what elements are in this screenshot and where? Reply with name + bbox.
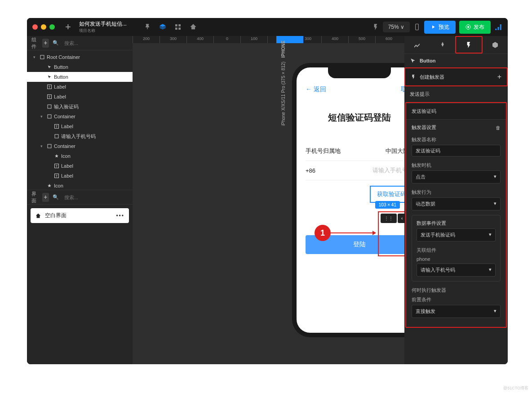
trigger-action-label: 触发行为 [412,189,501,196]
grid-icon[interactable] [174,23,182,31]
layers-icon[interactable] [159,23,166,31]
svg-rect-15 [55,134,58,138]
get-verify-code-button[interactable]: 获取验证码 [370,186,404,203]
send-tip-section: 发送提示 [404,86,508,102]
settings-icon[interactable] [494,23,502,31]
cursor-icon [410,58,416,64]
svg-rect-4 [416,24,419,30]
minimize-window-button[interactable] [41,24,46,30]
trigger-name-label: 触发器名称 [412,136,501,143]
app-window: + 如何发送手机短信... 项目名称 75% ∨ 预览 发布 [27,18,508,364]
tree-item[interactable]: 请输入手机号码 [27,131,133,141]
phone-field-label: phone [417,256,496,262]
trigger-config-box: 发送验证码 触发器设置 🗑 触发器名称 触发时机 点击▾ 触发行为 动态数据▾ … [405,102,507,328]
phone-field[interactable]: +86 请输入手机号码 [306,161,404,180]
trigger-name-input[interactable] [412,145,501,156]
size-badge: 103 × 41 [375,201,400,209]
zoom-dropdown[interactable]: 75% ∨ [383,22,410,32]
home-icon [35,213,41,219]
phone-notch [328,67,391,78]
tab-triggers[interactable] [455,36,483,54]
tree-item[interactable]: ▾Root Container [27,52,133,62]
tree-item[interactable]: TLabel [27,121,133,131]
tab-style[interactable] [404,36,430,54]
left-panel: 组件 + 🔍 ▾Root ContainerButtonButtonTLabel… [27,36,133,364]
tree-item[interactable]: Button [27,72,133,82]
trigger-time-select[interactable]: 点击▾ [412,170,501,183]
trigger-settings-label: 触发器设置 [412,124,436,131]
maximize-window-button[interactable] [49,24,55,30]
tab-layout[interactable] [430,36,456,54]
page-search-input[interactable] [62,194,128,201]
canvas[interactable]: 2003004000100200300400500600 iPhone X/XS… [133,36,404,364]
close-window-button[interactable] [32,24,38,30]
device-label: iPhone X/XS/11 Pro (375 × 812) IPHONE [281,40,286,126]
region-field[interactable]: 手机号归属地 中国大陆› [306,142,404,161]
page-more-button[interactable]: ••• [116,213,124,219]
add-tab-button[interactable]: + [65,21,71,33]
pages-panel-header: 界面 + 🔍 [27,190,133,205]
data-event-label: 数据事件设置 [417,220,446,226]
back-button[interactable]: ← 返回 [306,85,326,94]
tree-item[interactable]: Icon [27,151,133,161]
svg-rect-12 [48,115,51,118]
svg-text:T: T [56,174,58,178]
bolt-icon [411,74,416,80]
tree-item[interactable]: Button [27,62,133,72]
tree-item[interactable]: TLabel [27,171,133,181]
cloud-icon[interactable] [190,23,197,31]
components-label: 组件 [31,36,39,50]
tree-item[interactable]: TLabel [27,82,133,92]
right-panel: Button 创建触发器 + 发送提示 发送验证码 触发器设置 🗑 [404,36,508,364]
cancel-button[interactable]: 取消 [401,85,404,94]
phone-frame: ← 返回 取消 短信验证码登陆 手机号归属地 中国大陆› +86 请输入手机号码 [292,63,404,337]
tree-item[interactable]: Icon [27,181,133,190]
data-event-select[interactable]: 发送手机验证码▾ [417,228,496,241]
data-event-box: 数据事件设置 发送手机验证码▾ 关联组件 phone 请输入手机号码▾ [412,215,501,281]
svg-text:T: T [56,125,58,129]
tab-cube[interactable] [483,36,508,54]
ruler-selection [276,36,303,43]
page-item-blank[interactable]: 空白界面 ••• [31,208,129,223]
preview-button[interactable]: 预览 [424,21,456,34]
titlebar: + 如何发送手机短信... 项目名称 75% ∨ 预览 发布 [27,18,508,36]
tree-item[interactable]: TLabel [27,161,133,171]
window-controls [32,24,55,30]
pin-icon[interactable] [144,23,151,31]
tree-item[interactable]: 输入验证码 [27,102,133,112]
svg-rect-11 [48,105,51,108]
svg-text:T: T [56,164,58,168]
pages-label: 界面 [31,191,39,204]
titlebar-tools [144,23,197,31]
svg-text:T: T [49,95,51,99]
add-component-button[interactable]: + [42,39,49,48]
svg-rect-16 [48,144,51,148]
tree-item[interactable]: ▾Container [27,112,133,121]
svg-point-5 [467,26,469,28]
screen-heading: 短信验证码登陆 [306,112,404,124]
precondition-select[interactable]: 直接触发▾ [412,305,501,318]
precondition-label: 前置条件 [412,296,501,303]
watermark: @51CTO博客 [503,385,528,391]
bolt-toggle-icon[interactable] [372,23,379,31]
trigger-action-select[interactable]: 动态数据▾ [412,197,501,210]
delete-trigger-button[interactable]: 🗑 [496,125,501,130]
svg-text:T: T [49,85,51,89]
tree-item[interactable]: ▾Container [27,141,133,151]
component-tree: ▾Root ContainerButtonButtonTLabelTLabel输… [27,50,133,190]
when-exec-label: 何时执行触发器 [412,287,501,294]
inspector-tabs [404,36,508,54]
phone-field-select[interactable]: 请输入手机号码▾ [417,263,496,277]
add-page-button[interactable]: + [42,193,49,202]
tree-item[interactable]: TLabel [27,92,133,102]
svg-rect-2 [175,27,177,30]
svg-rect-6 [40,55,44,59]
publish-button[interactable]: 发布 [459,21,491,34]
annotation-1: 1 [315,225,376,241]
component-search-input[interactable] [62,40,128,47]
svg-rect-1 [178,24,181,27]
components-panel-header: 组件 + 🔍 [27,36,133,50]
create-trigger-button[interactable]: 创建触发器 + [404,67,508,86]
device-icon[interactable] [413,23,421,31]
project-title-text: 如何发送手机短信... [79,20,127,28]
